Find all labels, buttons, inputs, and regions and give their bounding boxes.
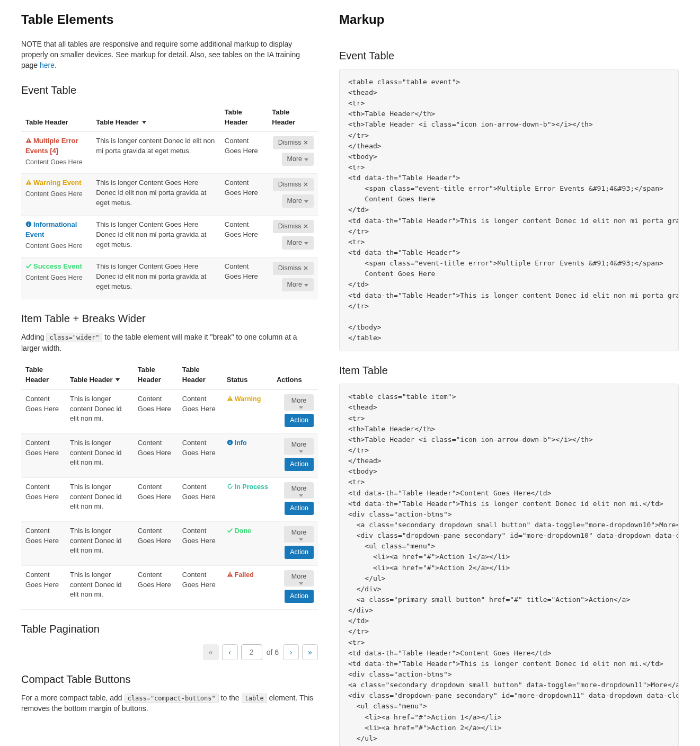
note-text: NOTE that all tables are responsive and … xyxy=(21,40,300,70)
event-title-cell: Warning EventContent Goes Here xyxy=(21,174,92,216)
col-header[interactable]: Table Header xyxy=(21,361,66,389)
col-header[interactable]: Table Header xyxy=(178,361,223,389)
table-row: Warning EventContent Goes HereThis is lo… xyxy=(21,174,318,216)
close-icon xyxy=(303,181,308,188)
page-current-input[interactable]: 2 xyxy=(241,644,262,660)
dismiss-button[interactable]: Dismiss xyxy=(273,262,314,275)
table-cell: Content Goes Here xyxy=(178,389,223,433)
status-badge: Info xyxy=(227,439,247,447)
status-cell: Info xyxy=(223,433,272,477)
info-icon xyxy=(227,439,233,446)
table-cell: Content Goes Here xyxy=(220,174,268,216)
table-cell: This is longer content Donec id elit non… xyxy=(66,521,134,565)
more-button[interactable]: More xyxy=(282,194,314,208)
success-icon xyxy=(25,263,32,269)
action-button[interactable]: Action xyxy=(285,590,314,603)
col-header-label: Table Header xyxy=(70,376,113,384)
actions-cell: MoreAction xyxy=(272,565,318,609)
table-row: Content Goes HereThis is longer content … xyxy=(21,433,318,477)
compact-code-2: table xyxy=(242,694,267,703)
table-cell: Content Goes Here xyxy=(220,257,268,299)
error-icon xyxy=(25,137,32,144)
more-button[interactable]: More xyxy=(282,278,314,291)
table-cell: Content Goes Here xyxy=(134,477,178,521)
table-cell: Content Goes Here xyxy=(134,521,178,565)
wider-pre: Adding xyxy=(21,333,46,341)
more-button[interactable]: More xyxy=(284,394,314,411)
table-cell: This is longer Content Goes Here Donec i… xyxy=(92,216,220,257)
action-button[interactable]: Action xyxy=(285,546,314,559)
action-button[interactable]: Action xyxy=(285,458,314,471)
status-badge: Failed xyxy=(227,571,254,579)
actions-cell: MoreAction xyxy=(272,477,318,521)
table-cell: This is longer Content Goes Here Donec i… xyxy=(92,257,220,299)
table-cell: Content Goes Here xyxy=(220,132,268,174)
compact-code-1: class="compact-buttons" xyxy=(125,694,219,703)
dismiss-button[interactable]: Dismiss xyxy=(273,220,314,233)
event-title: Warning Event xyxy=(25,178,87,188)
page-last-button[interactable]: » xyxy=(302,644,318,660)
col-header-sortable[interactable]: Table Header xyxy=(92,103,220,132)
actions-cell: MoreAction xyxy=(272,433,318,477)
chevron-down-icon xyxy=(304,158,308,161)
status-cell: Failed xyxy=(223,565,272,609)
dismiss-button[interactable]: Dismiss xyxy=(273,136,314,149)
markup-item-heading: Item Table xyxy=(339,363,679,378)
intro-note: NOTE that all tables are responsive and … xyxy=(21,39,318,71)
actions-cell: Dismiss More xyxy=(268,257,318,299)
col-header-status[interactable]: Status xyxy=(223,361,272,389)
dismiss-button[interactable]: Dismiss xyxy=(273,178,314,191)
more-button[interactable]: More xyxy=(282,236,314,250)
table-row: Content Goes HereThis is longer content … xyxy=(21,521,318,565)
table-cell: This is longer content Donec id elit non… xyxy=(66,433,134,477)
table-row: Informational EventContent Goes HereThis… xyxy=(21,216,318,257)
col-header-actions[interactable]: Actions xyxy=(272,361,318,389)
more-button[interactable]: More xyxy=(284,526,314,543)
table-cell: Content Goes Here xyxy=(134,565,178,609)
more-button[interactable]: More xyxy=(284,570,314,587)
error-icon xyxy=(227,571,233,578)
table-cell: Content Goes Here xyxy=(178,477,223,521)
compact-buttons-heading: Compact Table Buttons xyxy=(21,672,318,687)
table-row: Content Goes HereThis is longer content … xyxy=(21,565,318,609)
chevron-down-icon xyxy=(304,284,308,287)
page-prev-button[interactable]: ‹ xyxy=(222,644,238,660)
done-icon xyxy=(227,527,233,534)
note-post: . xyxy=(55,61,57,69)
col-header[interactable]: Table Header xyxy=(134,361,178,389)
col-header[interactable]: Table Header xyxy=(268,103,318,132)
code-block-item[interactable]: <table class="table item"> <thead> <tr> … xyxy=(339,384,679,746)
compact-pre: For a more compact table, add xyxy=(21,694,125,702)
chevron-down-icon xyxy=(299,494,303,497)
col-header[interactable]: Table Header xyxy=(21,103,92,132)
actions-cell: Dismiss More xyxy=(268,216,318,257)
table-cell: Content Goes Here xyxy=(21,521,66,565)
event-table-heading: Event Table xyxy=(21,83,318,98)
col-header-sortable[interactable]: Table Header xyxy=(66,361,134,389)
more-button[interactable]: More xyxy=(284,482,314,499)
event-title-cell: Informational EventContent Goes Here xyxy=(21,216,92,257)
table-row: Success EventContent Goes HereThis is lo… xyxy=(21,257,318,299)
page-of-label: of 6 xyxy=(267,647,279,658)
chevron-down-icon xyxy=(299,450,303,453)
actions-cell: Dismiss More xyxy=(268,174,318,216)
page-first-button[interactable]: « xyxy=(203,644,219,660)
table-row: Multiple Error Events [4]Content Goes He… xyxy=(21,132,318,174)
item-table-wider-heading: Item Table + Breaks Wider xyxy=(21,311,318,326)
col-header[interactable]: Table Header xyxy=(220,103,268,132)
action-button[interactable]: Action xyxy=(285,502,314,515)
warning-icon xyxy=(227,395,233,402)
more-button[interactable]: More xyxy=(284,438,314,455)
col-header-label: Table Header xyxy=(96,118,139,126)
code-block-event[interactable]: <table class="table event"> <thead> <tr>… xyxy=(339,69,679,352)
more-button[interactable]: More xyxy=(282,153,314,166)
action-button[interactable]: Action xyxy=(285,414,314,427)
here-link[interactable]: here xyxy=(40,61,55,69)
page-next-button[interactable]: › xyxy=(283,644,299,660)
table-cell: This is longer content Donec id elit non… xyxy=(66,389,134,433)
markup-heading: Markup xyxy=(339,11,679,29)
event-title-cell: Success EventContent Goes Here xyxy=(21,257,92,299)
table-cell: This is longer Content Goes Here Donec i… xyxy=(92,174,220,216)
close-icon xyxy=(303,223,308,230)
table-row: Content Goes HereThis is longer content … xyxy=(21,477,318,521)
